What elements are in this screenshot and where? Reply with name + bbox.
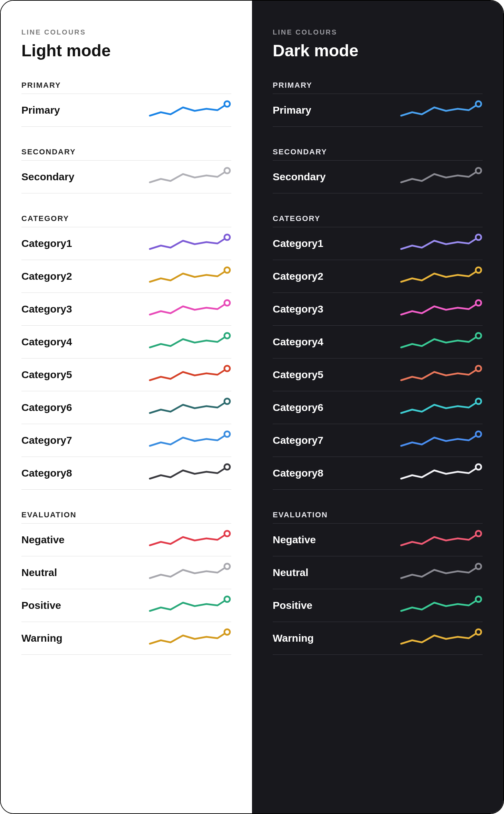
sparkline-icon <box>148 463 231 483</box>
sparkline-icon <box>148 628 231 649</box>
colour-row: Negative <box>273 523 483 556</box>
section-title: SECONDARY <box>21 147 231 161</box>
colour-label: Negative <box>273 534 316 546</box>
svg-point-4 <box>224 300 230 306</box>
svg-point-3 <box>224 267 230 273</box>
colour-label: Warning <box>21 632 62 644</box>
colour-label: Category6 <box>21 402 72 413</box>
colour-label: Category2 <box>21 270 72 282</box>
svg-point-26 <box>476 596 481 602</box>
colour-label: Category2 <box>273 270 323 282</box>
svg-point-20 <box>476 366 481 371</box>
svg-point-18 <box>476 300 481 306</box>
colour-label: Category5 <box>273 369 323 381</box>
colour-label: Category1 <box>21 238 72 249</box>
colour-row: Category7 <box>273 424 483 457</box>
section-secondary: SECONDARY Secondary <box>21 147 231 193</box>
panel-dark: LINE COLOURS Dark mode PRIMARY Primary S… <box>252 1 503 813</box>
colour-row: Category6 <box>273 391 483 424</box>
colour-label: Primary <box>273 104 311 116</box>
svg-point-17 <box>476 267 481 273</box>
sparkline-icon <box>400 100 483 121</box>
svg-point-27 <box>476 629 481 635</box>
svg-point-10 <box>224 531 230 536</box>
colour-row: Warning <box>21 622 231 655</box>
colour-row: Category2 <box>21 260 231 293</box>
colour-row: Positive <box>273 589 483 622</box>
section-evaluation: EVALUATION Negative Neutral Positive War… <box>21 510 231 655</box>
section-category: CATEGORY Category1 Category2 Category3 C… <box>21 214 231 490</box>
section-secondary: SECONDARY Secondary <box>273 147 483 193</box>
section-title: SECONDARY <box>273 147 483 161</box>
sparkline-icon <box>400 628 483 649</box>
colour-row: Category1 <box>21 227 231 260</box>
colour-row: Neutral <box>21 556 231 589</box>
colour-label: Secondary <box>273 171 326 183</box>
svg-point-25 <box>476 564 481 569</box>
sparkline-icon <box>400 332 483 352</box>
kicker-label: LINE COLOURS <box>21 28 231 36</box>
svg-point-24 <box>476 531 481 536</box>
colour-label: Neutral <box>273 567 308 578</box>
sparkline-icon <box>400 364 483 385</box>
colour-label: Positive <box>21 600 61 611</box>
colour-label: Secondary <box>21 171 74 183</box>
section-title: PRIMARY <box>21 81 231 94</box>
colour-row: Secondary <box>21 160 231 193</box>
colour-row: Category4 <box>273 325 483 358</box>
svg-point-15 <box>476 168 481 173</box>
colour-label: Neutral <box>21 567 57 578</box>
colour-label: Category7 <box>21 434 72 446</box>
section-primary: PRIMARY Primary <box>273 81 483 127</box>
colour-label: Category7 <box>273 434 323 446</box>
colour-row: Category4 <box>21 325 231 358</box>
sparkline-icon <box>148 364 231 385</box>
section-title: CATEGORY <box>273 214 483 227</box>
mode-title: Dark mode <box>273 41 483 60</box>
svg-point-11 <box>224 564 230 569</box>
svg-point-22 <box>476 431 481 437</box>
colour-label: Category8 <box>273 467 323 479</box>
svg-point-23 <box>476 464 481 470</box>
svg-point-13 <box>224 629 230 635</box>
colour-label: Category4 <box>21 336 72 348</box>
kicker-label: LINE COLOURS <box>273 28 483 36</box>
section-category: CATEGORY Category1 Category2 Category3 C… <box>273 214 483 490</box>
svg-point-6 <box>224 366 230 371</box>
colour-label: Category3 <box>273 303 323 315</box>
svg-point-9 <box>224 464 230 470</box>
colour-row: Category2 <box>273 260 483 293</box>
sparkline-icon <box>148 529 231 550</box>
sparkline-icon <box>148 562 231 583</box>
section-title: EVALUATION <box>21 510 231 524</box>
section-title: PRIMARY <box>273 81 483 94</box>
section-primary: PRIMARY Primary <box>21 81 231 127</box>
colour-label: Category6 <box>273 402 323 413</box>
colour-label: Category3 <box>21 303 72 315</box>
panel-light: LINE COLOURS Light mode PRIMARY Primary … <box>1 1 252 813</box>
sparkline-icon <box>400 430 483 451</box>
sparkline-icon <box>148 332 231 352</box>
sparkline-icon <box>400 562 483 583</box>
colour-label: Primary <box>21 104 60 116</box>
colour-row: Category5 <box>21 358 231 391</box>
sparkline-icon <box>148 100 231 121</box>
svg-point-16 <box>476 234 481 240</box>
sparkline-icon <box>148 595 231 616</box>
section-title: EVALUATION <box>273 510 483 524</box>
mode-title: Light mode <box>21 41 231 60</box>
colour-row: Category8 <box>273 457 483 490</box>
colour-row: Secondary <box>273 160 483 193</box>
colour-row: Primary <box>273 94 483 127</box>
colour-label: Category5 <box>21 369 72 381</box>
svg-point-7 <box>224 399 230 404</box>
sparkline-icon <box>400 233 483 254</box>
svg-point-0 <box>224 101 230 107</box>
colour-row: Category1 <box>273 227 483 260</box>
svg-point-21 <box>476 399 481 404</box>
sparkline-icon <box>400 299 483 319</box>
sparkline-icon <box>148 233 231 254</box>
colour-label: Category8 <box>21 467 72 479</box>
sparkline-icon <box>400 166 483 187</box>
colour-label: Category1 <box>273 238 323 249</box>
